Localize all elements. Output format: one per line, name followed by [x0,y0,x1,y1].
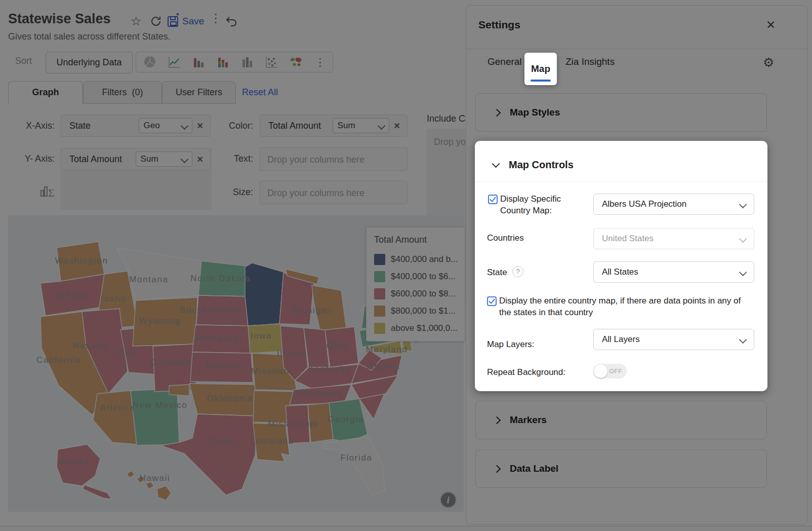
divider [475,181,767,182]
map-controls-header[interactable]: Map Controls [493,159,574,171]
app-screen: Statewise Sales ☆ * Save ⋮ Gives total s… [0,0,812,531]
repeat-background-label: Repeat Background: [487,367,565,377]
tab-map[interactable]: Map [524,53,557,85]
chevron-down-icon [739,235,747,243]
chevron-down-icon [492,160,500,168]
display-specific-country-checkbox[interactable] [488,195,498,204]
countries-label: Countries [487,233,524,243]
help-icon[interactable]: ? [512,266,523,277]
chevron-down-icon [739,200,747,208]
display-entire-country-label: Display the entire country map, if there… [499,295,752,318]
chevron-down-icon [739,335,747,344]
chevron-down-icon [739,268,747,276]
state-dropdown[interactable]: All States [593,261,754,283]
toggle-state-text: OFF [610,368,623,375]
section-map-controls: Map Controls Display Specific Country Ma… [475,141,767,391]
map-layers-dropdown[interactable]: All Layers [593,329,754,350]
countries-dropdown[interactable]: United States [593,228,754,249]
active-tab-underline [531,80,551,82]
repeat-background-toggle[interactable]: OFF [593,364,627,378]
display-specific-country-label: Display Specific Country Map: [500,193,587,216]
map-layers-label: Map Layers: [487,339,535,350]
display-entire-country-checkbox[interactable] [487,296,497,306]
state-label: State [487,268,507,278]
projection-dropdown[interactable]: Albers USA Projection [593,194,754,215]
toggle-knob [594,364,607,378]
